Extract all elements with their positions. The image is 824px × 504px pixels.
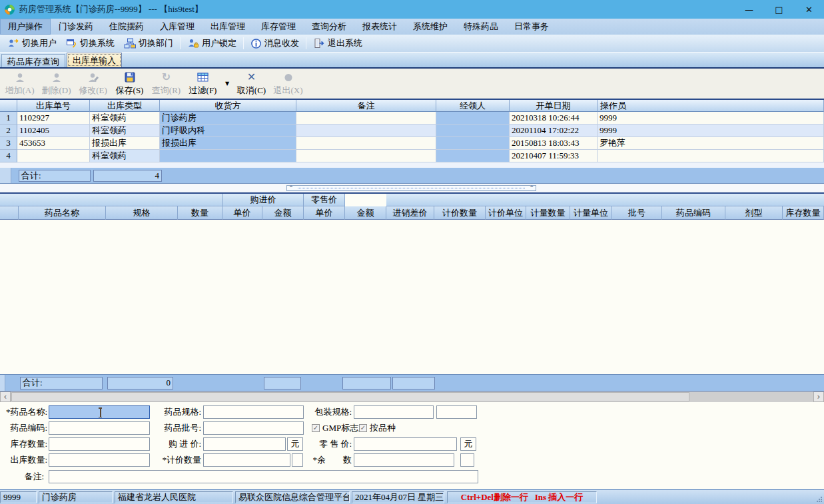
menu-inbound-mgmt[interactable]: 入库管理 [152,19,203,35]
remark-input[interactable] [49,470,478,483]
row-number[interactable]: 4 [0,150,17,162]
menu-report-stats[interactable]: 报表统计 [354,19,405,35]
menu-query-analysis[interactable]: 查询分析 [304,19,354,35]
save-button[interactable]: 保存(S) [111,70,148,98]
scrollbar-thumb[interactable] [11,392,689,401]
by-variety-label: 按品种 [370,422,396,434]
resize-grip[interactable] [816,496,823,503]
total-bar-gutter [0,168,11,183]
cell-order-no[interactable]: 1102927 [17,112,90,125]
drug-batch-label: 药品批号: [155,421,201,435]
drug-batch-input[interactable] [203,421,304,435]
purchase-price-input[interactable] [203,437,286,451]
cell-order-no[interactable]: 453653 [17,137,90,150]
cell-order-no[interactable] [17,150,90,162]
cell-remark[interactable] [296,150,436,162]
switch-system-icon [66,38,77,49]
cell-order-date[interactable]: 20201104 17:02:22 [510,125,598,137]
drug-spec-input[interactable] [203,405,304,419]
menu-system-maint[interactable]: 系统维护 [405,19,456,35]
menu-daily-affairs[interactable]: 日常事务 [506,19,557,35]
out-qty-input[interactable] [49,453,150,467]
scroll-left-arrow[interactable]: ‹ [0,391,11,402]
cell-remark[interactable] [296,125,436,137]
switch-department-button[interactable]: 切换部门 [119,36,178,51]
cell-receiver[interactable]: 门呼吸内科 [160,125,296,137]
row-number[interactable]: 3 [0,137,17,150]
gmp-checkbox[interactable] [312,424,320,432]
column-header-pricing-qty: 计价数量 [434,206,486,220]
app-window: 药房管理系统【门诊药房--9999】 --- 【his9test】 — □ ✕ … [0,0,824,504]
row-number[interactable]: 2 [0,125,17,137]
order-lines-table-body[interactable] [0,220,824,374]
drug-code-input[interactable] [49,421,150,435]
tab-outbound-order-entry[interactable]: 出库单输入 [67,53,122,67]
cell-out-type[interactable]: 科室领药 [90,112,160,125]
cell-operator[interactable]: 9999 [598,112,824,125]
cell-remark[interactable] [296,112,436,125]
filter-button[interactable]: 过滤(F) [185,70,221,98]
price-qty-input[interactable] [203,453,290,467]
query-refresh-icon: ↻ [162,71,171,84]
menu-outbound-mgmt[interactable]: 出库管理 [203,19,253,35]
menu-special-drugs[interactable]: 特殊药品 [456,19,506,35]
minimize-button[interactable]: — [734,0,764,19]
user-lock-button[interactable]: 用户锁定 [183,36,241,51]
cell-receiver[interactable]: 报损出库 [160,137,296,150]
remainder-unit-input[interactable] [460,453,474,467]
text-cursor-ibeam [97,407,103,417]
close-button[interactable]: ✕ [794,0,824,19]
menu-inpatient-dispense[interactable]: 住院摆药 [101,19,152,35]
menu-stock-mgmt[interactable]: 库存管理 [253,19,304,35]
switch-system-button[interactable]: 切换系统 [61,36,119,51]
horizontal-scrollbar[interactable]: ‹ › [0,391,824,402]
switch-department-icon [124,38,136,49]
cell-order-date[interactable]: 20210407 11:59:33 [510,150,598,162]
cell-handler[interactable] [436,125,510,137]
scroll-right-arrow[interactable]: › [813,391,824,402]
user-lock-icon [187,38,199,49]
retail-price-input[interactable] [354,437,457,451]
collapse-up-icon[interactable]: ^ [528,186,536,190]
by-variety-checkbox[interactable] [359,424,367,432]
filter-dropdown-caret[interactable]: ▼ [221,70,233,98]
message-button[interactable]: 消息收发 [246,36,304,51]
drug-name-input[interactable] [49,405,150,419]
retail-price-label: 零 售 价: [308,437,352,451]
cell-out-type[interactable]: 报损出库 [90,137,160,150]
cell-receiver[interactable] [160,150,296,162]
cancel-button[interactable]: ✕ 取消(C) [233,70,270,98]
cell-order-date[interactable]: 20150813 18:03:43 [510,137,598,150]
remainder-input[interactable] [354,453,454,467]
exit-system-button[interactable]: 退出系统 [308,36,367,51]
tab-drug-stock-query[interactable]: 药品库存查询 [1,54,65,67]
cell-handler[interactable] [436,150,510,162]
cancel-x-icon: ✕ [247,71,256,84]
cell-operator[interactable] [598,150,824,162]
cell-operator[interactable]: 罗艳萍 [598,137,824,150]
switch-user-button[interactable]: 切换用户 [3,36,61,51]
price-qty-unit-input[interactable] [292,453,303,467]
cell-order-date[interactable]: 20210318 10:26:44 [510,112,598,125]
collapse-up-icon[interactable]: ^ [287,186,295,190]
menu-user-ops[interactable]: 用户操作 [0,19,51,35]
cell-handler[interactable] [436,137,510,150]
menu-outpatient-dispense[interactable]: 门诊发药 [51,19,101,35]
stock-qty-input[interactable] [49,437,150,451]
cell-handler[interactable] [436,112,510,125]
cell-out-type[interactable]: 科室领药 [90,125,160,137]
column-header-operator: 操作员 [598,100,824,112]
cell-out-type-focused[interactable]: 科室领药 [90,150,160,162]
maximize-button[interactable]: □ [764,0,794,19]
cell-receiver[interactable]: 门诊药房 [160,112,296,125]
row-number[interactable]: 1 [0,112,17,125]
pack-spec-input[interactable] [354,405,434,419]
cell-operator[interactable]: 9999 [598,125,824,137]
cell-order-no[interactable]: 1102405 [17,125,90,137]
cell-remark[interactable] [296,137,436,150]
pack-spec-unit-input[interactable] [436,405,477,419]
status-bar: 9999 门诊药房 福建省龙岩人民医院 易联众医院信息综合管理平台 2021年0… [0,489,824,504]
column-header-retail-unit-price: 单价 [304,206,345,220]
orders-total-value: 4 [93,170,162,182]
splitter-handle[interactable]: ^ ^ [286,185,536,191]
